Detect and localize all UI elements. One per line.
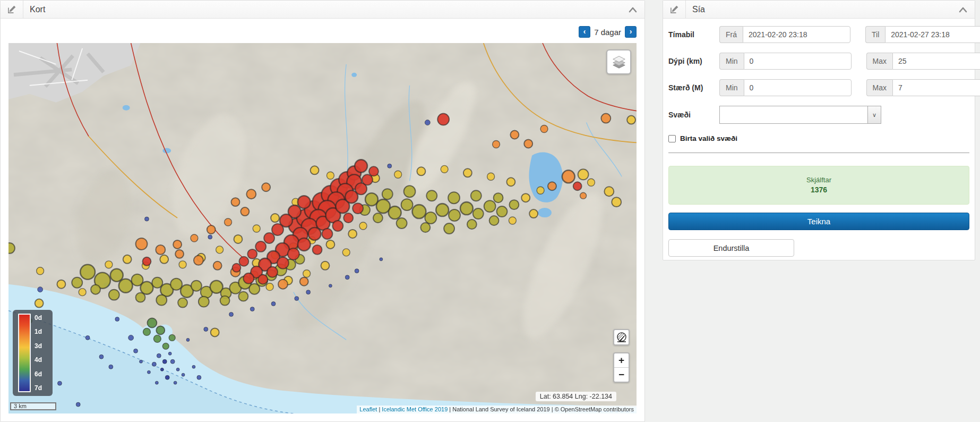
quake-marker[interactable] <box>264 233 274 243</box>
quake-marker[interactable] <box>537 187 544 194</box>
zoom-out-button[interactable]: − <box>614 368 629 382</box>
quake-marker[interactable] <box>170 278 182 290</box>
quake-marker[interactable] <box>170 359 175 364</box>
quake-marker[interactable] <box>157 353 161 358</box>
prev-days-button[interactable]: ‹ <box>579 26 590 38</box>
quake-marker[interactable] <box>460 202 473 215</box>
magnitude-min-input[interactable] <box>744 79 852 96</box>
quake-marker[interactable] <box>213 261 222 270</box>
quake-marker[interactable] <box>471 190 482 201</box>
quake-marker[interactable] <box>255 241 266 252</box>
quake-marker[interactable] <box>420 223 430 232</box>
quake-marker[interactable] <box>509 200 519 209</box>
show-area-checkbox[interactable] <box>668 135 676 142</box>
quake-marker[interactable] <box>332 221 343 231</box>
quake-marker[interactable] <box>233 264 241 272</box>
quake-marker[interactable] <box>271 214 279 222</box>
collapse-filter-panel-icon[interactable] <box>959 6 967 13</box>
quake-marker[interactable] <box>444 223 454 234</box>
quake-marker[interactable] <box>197 375 201 379</box>
quake-marker[interactable] <box>169 334 175 341</box>
quake-marker[interactable] <box>109 290 119 300</box>
draw-button[interactable]: Teikna <box>668 213 969 230</box>
quake-marker[interactable] <box>57 280 65 289</box>
quake-marker[interactable] <box>298 196 311 208</box>
quake-marker[interactable] <box>134 349 138 353</box>
quake-marker[interactable] <box>389 206 401 219</box>
quake-marker[interactable] <box>110 269 123 282</box>
quake-marker[interactable] <box>123 255 132 264</box>
quake-marker[interactable] <box>487 173 495 180</box>
quake-marker[interactable] <box>506 178 515 186</box>
quake-marker[interactable] <box>353 203 363 214</box>
quake-marker[interactable] <box>207 225 216 234</box>
quake-marker[interactable] <box>162 359 167 364</box>
quake-marker[interactable] <box>404 185 416 197</box>
quake-marker[interactable] <box>246 189 256 199</box>
quake-marker[interactable] <box>467 220 477 229</box>
quake-marker[interactable] <box>417 167 425 175</box>
quake-marker[interactable] <box>321 261 330 270</box>
quake-marker[interactable] <box>524 139 532 148</box>
quake-marker[interactable] <box>204 327 208 331</box>
quake-marker[interactable] <box>147 318 157 328</box>
quake-marker[interactable] <box>156 326 165 334</box>
quake-marker[interactable] <box>162 343 169 349</box>
quake-marker[interactable] <box>173 240 182 249</box>
quake-marker[interactable] <box>627 116 635 124</box>
quake-marker[interactable] <box>578 169 589 180</box>
quake-marker[interactable] <box>85 335 90 340</box>
quake-marker[interactable] <box>160 368 164 371</box>
quake-marker[interactable] <box>388 164 392 168</box>
quake-marker[interactable] <box>136 238 148 250</box>
quake-marker[interactable] <box>348 230 357 238</box>
quake-marker[interactable] <box>373 213 383 223</box>
quake-marker[interactable] <box>493 140 500 148</box>
quake-marker[interactable] <box>191 234 198 242</box>
quake-marker[interactable] <box>115 317 119 322</box>
quake-marker[interactable] <box>601 114 611 123</box>
quake-marker[interactable] <box>604 187 614 196</box>
quake-marker[interactable] <box>174 381 177 384</box>
quake-marker[interactable] <box>521 193 530 202</box>
quake-marker[interactable] <box>57 381 62 385</box>
quake-marker[interactable] <box>79 289 86 296</box>
quake-marker[interactable] <box>182 373 185 376</box>
quake-marker[interactable] <box>179 261 186 268</box>
area-select[interactable]: ∨ <box>719 106 881 124</box>
quake-marker[interactable] <box>225 218 232 226</box>
quake-marker[interactable] <box>359 222 367 230</box>
quake-marker[interactable] <box>303 270 311 277</box>
quake-marker[interactable] <box>238 292 248 301</box>
quake-marker[interactable] <box>272 224 283 235</box>
quake-marker[interactable] <box>253 225 260 232</box>
quake-marker[interactable] <box>369 166 379 176</box>
quake-marker[interactable] <box>342 249 350 256</box>
quake-marker[interactable] <box>262 183 270 191</box>
quake-marker[interactable] <box>484 200 496 212</box>
quake-marker[interactable] <box>412 205 426 218</box>
quake-marker[interactable] <box>529 209 538 218</box>
quake-marker[interactable] <box>540 125 548 133</box>
quake-marker[interactable] <box>192 365 195 368</box>
quake-marker[interactable] <box>425 212 436 224</box>
measure-control[interactable] <box>613 329 630 345</box>
from-date-input[interactable] <box>743 26 850 43</box>
quake-marker[interactable] <box>119 279 133 293</box>
quake-marker[interactable] <box>278 280 288 289</box>
quake-marker[interactable] <box>573 182 582 190</box>
imo-link[interactable]: Icelandic Met Office 2019 <box>382 406 448 412</box>
quake-marker[interactable] <box>141 282 153 294</box>
reset-button[interactable]: Endurstilla <box>668 239 794 257</box>
quake-marker[interactable] <box>298 238 311 251</box>
quake-marker[interactable] <box>397 218 407 229</box>
quake-marker[interactable] <box>463 168 472 177</box>
quake-marker[interactable] <box>295 297 299 301</box>
quake-marker[interactable] <box>37 267 44 275</box>
quake-marker[interactable] <box>436 204 449 216</box>
quake-marker[interactable] <box>580 192 587 199</box>
quake-marker[interactable] <box>266 283 273 291</box>
quake-marker[interactable] <box>234 235 242 243</box>
quake-marker[interactable] <box>562 170 575 183</box>
quake-marker[interactable] <box>240 207 249 216</box>
